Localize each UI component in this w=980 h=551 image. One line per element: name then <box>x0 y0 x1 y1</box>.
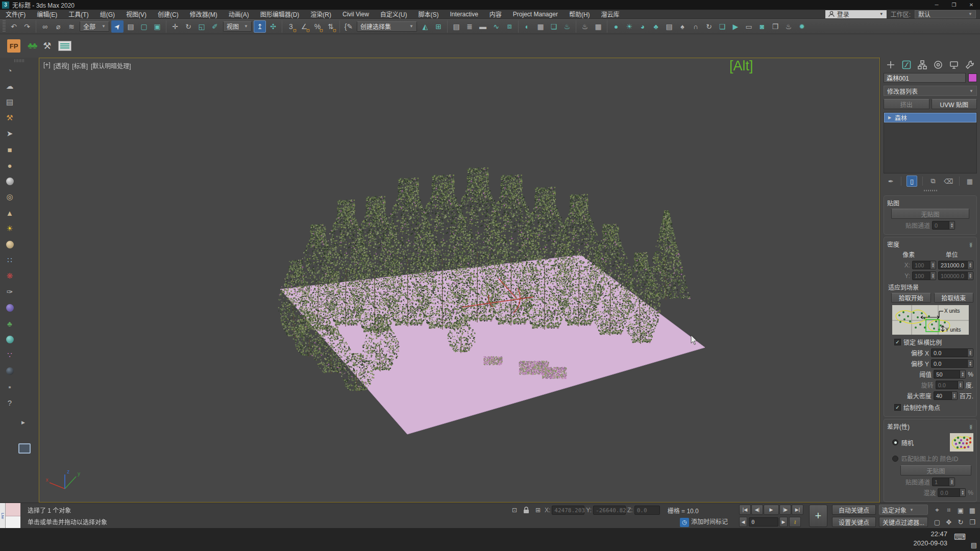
board-tool-icon[interactable]: ▤ <box>3 96 16 108</box>
film-icon[interactable]: ▭ <box>743 20 755 33</box>
mix-spinner[interactable]: 0.0▲▼ <box>938 488 966 497</box>
x-pixels-spinner[interactable]: 100▲▼ <box>912 261 936 269</box>
rail-expand-arrow[interactable]: ▶ <box>21 420 25 425</box>
absolute-offset-toggle-icon[interactable]: ⊞ <box>533 505 543 515</box>
remove-modifier-icon[interactable]: ⌫ <box>943 176 953 187</box>
arch-icon[interactable]: ∩ <box>690 20 702 33</box>
zoom-region-icon[interactable]: ▢ <box>932 516 943 528</box>
schematic-view-icon[interactable]: ⧈ <box>503 20 516 33</box>
menu-item-脚本(S)[interactable]: 脚本(S) <box>412 10 444 18</box>
menu-item-图形编辑器(D)[interactable]: 图形编辑器(D) <box>255 10 305 18</box>
menu-item-编辑(E)[interactable]: 编辑(E) <box>31 10 63 18</box>
select-rotate-icon[interactable]: ↻ <box>182 20 194 33</box>
sphere-teal-icon[interactable] <box>3 333 16 345</box>
mirror-icon[interactable]: ◭ <box>419 20 431 33</box>
use-pivot-center-icon[interactable]: ↥ <box>254 20 266 33</box>
menu-item-创建(C)[interactable]: 创建(C) <box>152 10 184 18</box>
y-pixels-spinner[interactable]: 100▲▼ <box>912 271 936 280</box>
snap-toggle-3d-icon[interactable]: 3Ω <box>285 20 297 33</box>
toolbar-drag-handle[interactable] <box>3 20 6 33</box>
color-dots-icon[interactable]: ∵ <box>3 349 16 361</box>
current-frame-field[interactable]: 0 <box>749 517 778 527</box>
modifier-stack[interactable]: ▶森林 <box>884 112 977 173</box>
lock-aspect-checkbox[interactable]: ✓锁定 纵横比例 <box>894 338 973 346</box>
render-production-icon[interactable]: ♨ <box>561 20 573 33</box>
menu-item-Interactive[interactable]: Interactive <box>444 10 483 18</box>
pin-tool-icon[interactable]: ➤ <box>3 128 16 140</box>
tree-single-icon[interactable]: ♠ <box>676 20 689 33</box>
density-header[interactable]: 密度»» <box>887 240 973 248</box>
torus-primitive-icon[interactable]: ◎ <box>3 191 16 203</box>
menu-item-渲染(R)[interactable]: 渲染(R) <box>305 10 337 18</box>
match-color-id-radio[interactable]: 匹配贴图上的 颜色ID <box>892 454 973 463</box>
ime-keyboard-icon[interactable]: ⌨ <box>954 532 966 542</box>
rendered-frame-icon[interactable]: ❏ <box>548 20 560 33</box>
minimize-button[interactable]: ─ <box>928 0 945 10</box>
light-ball-icon[interactable]: ● <box>610 20 622 33</box>
modifier-button-UVW 贴图[interactable]: UVW 贴图 <box>932 99 977 109</box>
zoom-extents-icon[interactable]: ▣ <box>955 505 966 516</box>
tab-display[interactable] <box>948 59 960 71</box>
selection-filter-dropdown[interactable]: 全部▼ <box>80 21 109 32</box>
key-filters-button[interactable]: 关键点过滤器... <box>879 517 928 527</box>
draw-corners-checkbox[interactable]: ✓绘制控件角点 <box>894 403 973 412</box>
select-link-icon[interactable]: ∞ <box>39 20 51 33</box>
modifier-list-dropdown[interactable]: 修改器列表 ▼ <box>884 86 977 96</box>
render-teapot-gray-icon[interactable]: ♨ <box>579 20 591 33</box>
pan-icon[interactable]: ✥ <box>943 516 954 528</box>
maximize-viewport-icon[interactable]: ❒ <box>967 516 978 528</box>
perspective-viewport[interactable]: [+] [透视] [标准] [默认明暗处理] [Alt] x y z <box>39 58 880 503</box>
auto-key-button[interactable]: 自动关键点 <box>832 505 876 515</box>
sphere-primitive-icon[interactable] <box>3 175 16 187</box>
box-gray-icon[interactable]: ▪ <box>3 381 16 393</box>
play-button[interactable]: ▶ <box>764 505 779 515</box>
hammer-tool-icon[interactable]: ⚒ <box>3 112 16 124</box>
go-to-start-button[interactable]: |◀ <box>739 505 751 515</box>
scatter-dots-icon[interactable]: ∷ <box>3 254 16 266</box>
listener-tab[interactable]: Liw <box>0 503 6 529</box>
ribbon-toggle-icon[interactable]: ▬ <box>477 20 489 33</box>
key-step-back-icon[interactable]: ◀ <box>739 517 747 527</box>
rotate-spinner[interactable]: 0.0▲▼ <box>936 381 964 389</box>
sun-light-tool-icon[interactable]: ☀ <box>3 222 16 235</box>
rail-mini-window[interactable] <box>18 443 31 454</box>
map-channel-spinner[interactable]: 0▲▼ <box>932 221 955 230</box>
sphere-tan-icon[interactable] <box>3 238 16 251</box>
ref-coord-dropdown[interactable]: 视图▼ <box>223 21 252 32</box>
tab-create[interactable] <box>885 59 897 71</box>
make-unique-icon[interactable]: ⧉ <box>928 176 938 187</box>
login-button[interactable]: 登录 ▼ <box>825 10 887 18</box>
key-mode-toggle-icon[interactable]: ⚷ <box>789 517 801 527</box>
menu-item-Civil View[interactable]: Civil View <box>337 10 375 18</box>
wrench-tools-icon[interactable]: ⚒ <box>43 40 51 52</box>
zoom-icon[interactable]: ⌖ <box>932 505 943 516</box>
tab-utilities[interactable] <box>964 59 976 71</box>
undo-icon[interactable]: ↶ <box>8 20 20 33</box>
cloud-tool-icon[interactable]: ☁ <box>3 80 16 92</box>
panel-splitter[interactable] <box>880 188 980 192</box>
zoom-all-icon[interactable]: ⌗ <box>943 505 954 516</box>
viewport-menu-general[interactable]: [+] <box>43 61 51 70</box>
forest-trees-icon[interactable]: ♣ <box>650 20 662 33</box>
menu-item-自定义(U)[interactable]: 自定义(U) <box>375 10 413 18</box>
window-icon[interactable]: ❐ <box>769 20 781 33</box>
pick-end-button[interactable]: 拾取结束 <box>934 293 974 303</box>
max-density-spinner[interactable]: 40▲▼ <box>934 391 958 400</box>
named-selection-sets-dropdown[interactable]: 创建选择集▼ <box>357 21 417 32</box>
x-units-spinner[interactable]: 231000.0▲▼ <box>938 261 973 269</box>
menu-item-视图(V)[interactable]: 视图(V) <box>120 10 152 18</box>
go-to-end-button[interactable]: ▶| <box>792 505 803 515</box>
set-key-button[interactable]: 设置关键点 <box>832 517 876 527</box>
scene-explorer-icon[interactable]: ▤ <box>450 20 462 33</box>
modifier-button-挤出[interactable]: 挤出 <box>884 99 929 109</box>
offset-x-spinner[interactable]: 0.0▲▼ <box>931 348 973 357</box>
key-selection-dropdown[interactable]: 选定对象▼ <box>879 505 928 515</box>
list-panel-icon[interactable]: ▤ <box>663 20 675 33</box>
axe-tool-icon[interactable]: ✑ <box>3 286 16 298</box>
material-editor-icon[interactable]: ◐ <box>521 20 533 33</box>
bulb-icon[interactable]: ✹ <box>796 20 808 33</box>
box-primitive-icon[interactable]: ■ <box>3 143 16 156</box>
diversity-no-map-button[interactable]: 无贴图 <box>900 465 971 475</box>
tab-motion[interactable] <box>932 59 944 71</box>
select-object-icon[interactable]: ➤ <box>111 20 124 33</box>
